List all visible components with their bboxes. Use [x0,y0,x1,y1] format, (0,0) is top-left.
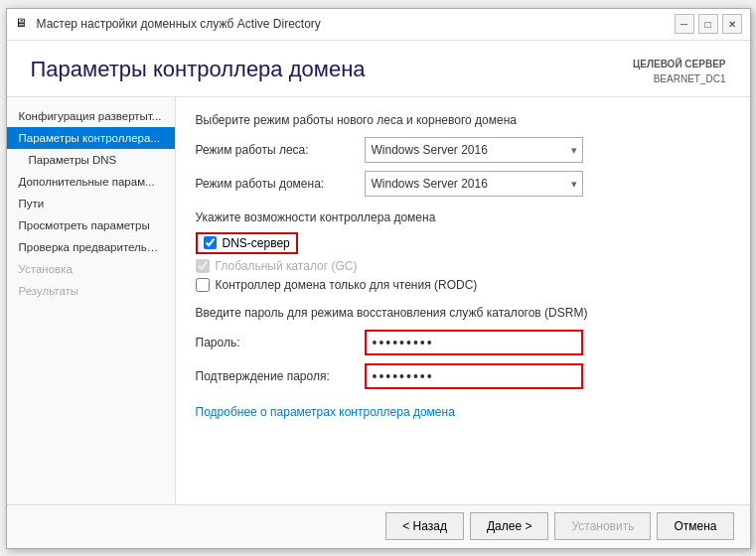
domain-mode-select-wrapper: Windows Server 2016 Windows Server 2012 … [365,171,583,197]
dns-server-row: DNS-сервер [196,232,298,254]
password-row: Пароль: [196,330,730,355]
target-server-name: BEARNET_DC1 [633,71,726,86]
next-button[interactable]: Далее > [470,512,549,540]
capabilities-hint: Укажите возможности контроллера домена [196,210,730,224]
rodc-row: Контроллер домена только для чтения (ROD… [196,278,730,292]
link-row: Подробнее о параметрах контроллера домен… [196,405,730,419]
sidebar-item-controller-params[interactable]: Параметры контроллера... [7,127,175,149]
minimize-button[interactable]: ─ [675,14,694,34]
dns-server-checkbox[interactable] [204,236,217,249]
confirm-input[interactable] [365,363,583,389]
sidebar-item-deploy-config[interactable]: Конфигурация развертыт... [7,105,175,127]
sidebar-item-results: Результаты [7,280,175,302]
title-bar-text: Мастер настройки доменных служб Active D… [37,17,321,31]
title-bar-controls: ─ □ ✕ [675,14,742,34]
sidebar-item-install: Установка [7,258,175,280]
back-button[interactable]: < Назад [385,512,464,540]
forest-mode-select-wrapper: Windows Server 2016 Windows Server 2012 … [365,137,583,163]
forest-mode-label: Режим работы леса: [196,143,365,157]
install-button: Установить [554,512,651,540]
app-icon: 🖥 [15,16,31,32]
password-label: Пароль: [196,336,365,349]
domain-mode-label: Режим работы домена: [196,177,365,191]
page-title: Параметры контроллера домена [31,57,366,82]
capabilities-section: Укажите возможности контроллера домена D… [196,210,730,292]
password-hint: Введите пароль для режима восстановления… [196,306,730,320]
global-catalog-row: Глобальный каталог (GC) [196,259,730,273]
domain-mode-row: Режим работы домена: Windows Server 2016… [196,171,730,197]
rodc-checkbox[interactable] [196,278,210,292]
footer: < Назад Далее > Установить Отмена [7,504,750,548]
password-input[interactable] [365,330,583,355]
main-window: 🖥 Мастер настройки доменных служб Active… [6,8,751,549]
forest-mode-row: Режим работы леса: Windows Server 2016 W… [196,137,730,163]
dns-server-label[interactable]: DNS-сервер [223,236,290,250]
forest-mode-select[interactable]: Windows Server 2016 Windows Server 2012 … [365,137,583,163]
main-panel: Выберите режим работы нового леса и корн… [176,97,750,504]
password-section: Введите пароль для режима восстановления… [196,306,730,389]
global-catalog-checkbox [196,259,210,273]
rodc-label[interactable]: Контроллер домена только для чтения (ROD… [216,278,478,292]
target-server-label: ЦЕЛЕВОЙ СЕРВЕР [633,57,726,71]
sidebar: Конфигурация развертыт... Параметры конт… [7,97,176,504]
title-bar-left: 🖥 Мастер настройки доменных служб Active… [15,16,321,32]
maximize-button[interactable]: □ [698,14,718,34]
close-button[interactable]: ✕ [722,14,742,34]
global-catalog-label: Глобальный каталог (GC) [216,259,358,273]
confirm-label: Подтверждение пароля: [196,369,365,383]
header-area: Параметры контроллера домена ЦЕЛЕВОЙ СЕР… [7,41,750,97]
select-mode-hint: Выберите режим работы нового леса и корн… [196,113,730,127]
sidebar-item-prereq-check[interactable]: Проверка предварительн... [7,236,175,258]
forest-mode-control: Windows Server 2016 Windows Server 2012 … [365,137,583,163]
domain-mode-control: Windows Server 2016 Windows Server 2012 … [365,171,583,197]
content-area: Конфигурация развертыт... Параметры конт… [7,97,750,504]
more-info-link[interactable]: Подробнее о параметрах контроллера домен… [196,405,455,419]
sidebar-item-dns-params[interactable]: Параметры DNS [7,149,175,171]
cancel-button[interactable]: Отмена [657,512,733,540]
title-bar: 🖥 Мастер настройки доменных служб Active… [7,9,750,41]
sidebar-item-view-params[interactable]: Просмотреть параметры [7,214,175,236]
sidebar-item-additional-params[interactable]: Дополнительные парам... [7,171,175,193]
domain-mode-select[interactable]: Windows Server 2016 Windows Server 2012 … [365,171,583,197]
sidebar-item-paths[interactable]: Пути [7,193,175,214]
confirm-row: Подтверждение пароля: [196,363,730,389]
target-server-info: ЦЕЛЕВОЙ СЕРВЕР BEARNET_DC1 [633,57,726,86]
